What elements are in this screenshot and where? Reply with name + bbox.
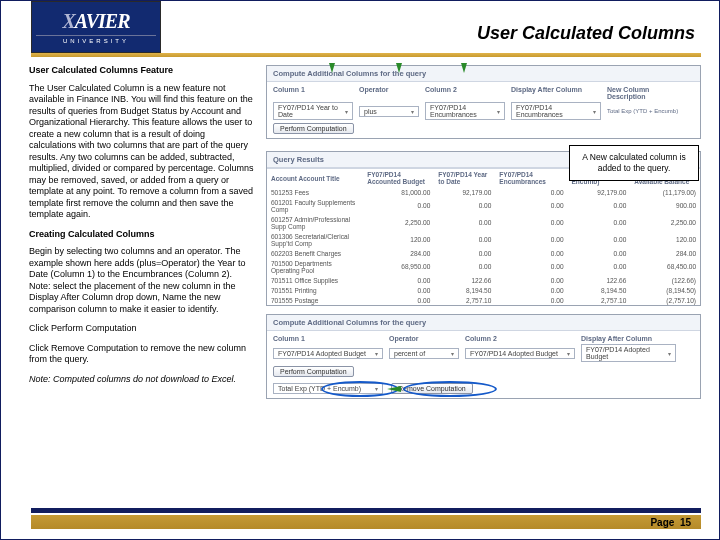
cell-value: 68,450.00 xyxy=(630,258,700,275)
cell-value: 0.00 xyxy=(568,231,631,248)
perform-computation-button[interactable]: Perform Computation xyxy=(273,366,354,377)
display-after-select[interactable]: FY07/PD14 Adopted Budget xyxy=(581,344,676,362)
panel-heading: Compute Additional Columns for the query xyxy=(267,315,700,331)
cell-value: 0.00 xyxy=(495,214,567,231)
th: FY07/PD14 Year to Date xyxy=(434,169,495,188)
th: FY07/PD14 Accounted Budget xyxy=(363,169,434,188)
cell-value: 0.00 xyxy=(568,197,631,214)
perform-computation-button[interactable]: Perform Computation xyxy=(273,123,354,134)
cell-account: 601201 Faculty Supplements Comp xyxy=(267,197,363,214)
cell-value: 0.00 xyxy=(434,214,495,231)
cell-value: 0.00 xyxy=(495,275,567,285)
cell-value: 2,250.00 xyxy=(630,214,700,231)
footer-bar: Page 15 xyxy=(31,515,701,529)
column1-select[interactable]: FY07/PD14 Adopted Budget xyxy=(273,348,383,359)
cell-value: 68,950.00 xyxy=(363,258,434,275)
arrow-down-icon xyxy=(461,63,467,73)
body-text: Begin by selecting two columns and an op… xyxy=(29,246,254,315)
cell-value: 0.00 xyxy=(495,285,567,295)
operator-select[interactable]: plus xyxy=(359,106,419,117)
col-header: Column 2 xyxy=(465,335,575,342)
cell-account: 701551 Printing xyxy=(267,285,363,295)
cell-value: 284.00 xyxy=(363,248,434,258)
cell-value: (122.66) xyxy=(630,275,700,285)
cell-value: 0.00 xyxy=(495,187,567,197)
compute-panel-top: Compute Additional Columns for the query… xyxy=(266,65,701,139)
logo: XXAVIERAVIER UNIVERSITY xyxy=(31,1,161,53)
cell-value: 0.00 xyxy=(495,248,567,258)
cell-value: 120.00 xyxy=(630,231,700,248)
column2-select[interactable]: FY07/PD14 Adopted Budget xyxy=(465,348,575,359)
col-header: Column 1 xyxy=(273,335,383,342)
column2-select[interactable]: FY07/PD14 Encumbrances xyxy=(425,102,505,120)
cell-value: 2,757.10 xyxy=(568,295,631,305)
cell-value: 0.00 xyxy=(495,258,567,275)
cell-value: 0.00 xyxy=(568,258,631,275)
table-row: 601306 Secretarial/Clerical Supp'td Comp… xyxy=(267,231,700,248)
cell-value: 0.00 xyxy=(363,285,434,295)
table-row: 602203 Benefit Charges284.000.000.000.00… xyxy=(267,248,700,258)
cell-value: 0.00 xyxy=(363,295,434,305)
logo-text: XXAVIERAVIER xyxy=(62,10,129,33)
note-text: Note: Computed columns do not download t… xyxy=(29,374,254,386)
logo-subtext: UNIVERSITY xyxy=(36,35,156,44)
table-row: 701555 Postage0.002,757.100.002,757.10(2… xyxy=(267,295,700,305)
cell-value: 2,757.10 xyxy=(434,295,495,305)
page-number: 15 xyxy=(680,517,691,528)
cell-account: 601257 Admin/Professional Supp Comp xyxy=(267,214,363,231)
body-text: Click Perform Computation xyxy=(29,323,254,335)
cell-account: 501253 Fees xyxy=(267,187,363,197)
cell-value: 92,179.00 xyxy=(434,187,495,197)
arrow-down-icon xyxy=(329,63,335,73)
cell-value: 0.00 xyxy=(434,231,495,248)
cell-value: 0.00 xyxy=(568,248,631,258)
cell-value: 900.00 xyxy=(630,197,700,214)
col-header: Display After Column xyxy=(511,86,601,100)
cell-value: 2,250.00 xyxy=(363,214,434,231)
body-text: Click Remove Computation to remove the n… xyxy=(29,343,254,366)
table-row: 601201 Faculty Supplements Comp0.000.000… xyxy=(267,197,700,214)
section-heading: User Calculated Columns Feature xyxy=(29,65,254,77)
cell-value: 8,194.50 xyxy=(568,285,631,295)
page-label: Page xyxy=(650,517,674,528)
col-header: Column 1 xyxy=(273,86,353,100)
cell-account: 601306 Secretarial/Clerical Supp'td Comp xyxy=(267,231,363,248)
right-column: Compute Additional Columns for the query… xyxy=(266,65,701,491)
cell-account: 701555 Postage xyxy=(267,295,363,305)
table-row: 701511 Office Supplies0.00122.660.00122.… xyxy=(267,275,700,285)
arrow-left-icon xyxy=(387,386,401,392)
content: User Calculated Columns Feature The User… xyxy=(29,65,701,491)
slide: XXAVIERAVIER UNIVERSITY User Calculated … xyxy=(0,0,720,540)
cell-value: 0.00 xyxy=(568,214,631,231)
footer-rule xyxy=(31,508,701,513)
cell-value: (8,194.50) xyxy=(630,285,700,295)
cell-value: 0.00 xyxy=(363,275,434,285)
cell-value: 0.00 xyxy=(495,295,567,305)
body-text: The User Calculated Column is a new feat… xyxy=(29,83,254,221)
table-row: 701551 Printing0.008,194.500.008,194.50(… xyxy=(267,285,700,295)
table-row: 501253 Fees81,000.0092,179.000.0092,179.… xyxy=(267,187,700,197)
header-rule xyxy=(31,53,701,57)
header: XXAVIERAVIER UNIVERSITY User Calculated … xyxy=(1,1,719,55)
col-header: Display After Column xyxy=(581,335,676,342)
col-header: New Column Description xyxy=(607,86,687,100)
th-account: Account Account Title xyxy=(267,169,363,188)
col-header: Operator xyxy=(359,86,419,100)
cell-value: 284.00 xyxy=(630,248,700,258)
cell-value: 0.00 xyxy=(434,248,495,258)
new-col-desc: Total Exp (YTD + Encumb) xyxy=(607,108,687,114)
compute-panel-bottom: Compute Additional Columns for the query… xyxy=(266,314,701,399)
cell-value: 122.66 xyxy=(434,275,495,285)
cell-value: 81,000.00 xyxy=(363,187,434,197)
cell-value: 0.00 xyxy=(434,197,495,214)
operator-select[interactable]: percent of xyxy=(389,348,459,359)
cell-account: 602203 Benefit Charges xyxy=(267,248,363,258)
cell-value: 92,179.00 xyxy=(568,187,631,197)
logo-mark: XXAVIERAVIER xyxy=(62,10,129,33)
display-after-select[interactable]: FY07/PD14 Encumbrances xyxy=(511,102,601,120)
column1-select[interactable]: FY07/PD14 Year to Date xyxy=(273,102,353,120)
col-header: Operator xyxy=(389,335,459,342)
cell-value: 0.00 xyxy=(495,231,567,248)
col-header: Column 2 xyxy=(425,86,505,100)
left-column: User Calculated Columns Feature The User… xyxy=(29,65,254,491)
